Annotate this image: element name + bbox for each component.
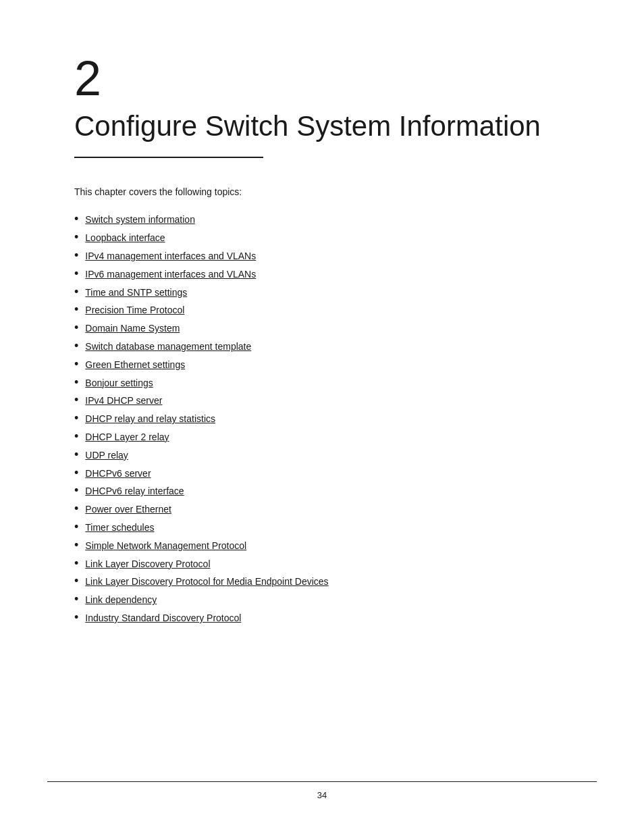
list-item: •DHCPv6 server — [74, 465, 576, 482]
toc-link-switch-db-mgmt[interactable]: Switch database management template — [85, 339, 251, 355]
toc-link-lldp-med[interactable]: Link Layer Discovery Protocol for Media … — [85, 574, 328, 590]
list-item: •Timer schedules — [74, 519, 576, 536]
chapter-number: 2 — [74, 54, 576, 103]
list-item: •Link Layer Discovery Protocol for Media… — [74, 573, 576, 590]
list-item: •Precision Time Protocol — [74, 302, 576, 319]
footer-divider — [47, 781, 597, 782]
toc-link-domain-name[interactable]: Domain Name System — [85, 321, 180, 337]
bullet-icon: • — [74, 593, 78, 605]
toc-link-time-sntp[interactable]: Time and SNTP settings — [85, 285, 187, 301]
toc-link-ipv4-dhcp-server[interactable]: IPv4 DHCP server — [85, 393, 162, 409]
list-item: •Loopback interface — [74, 230, 576, 246]
intro-text: This chapter covers the following topics… — [74, 185, 576, 199]
toc-link-lldp[interactable]: Link Layer Discovery Protocol — [85, 556, 210, 573]
list-item: •Bonjour settings — [74, 375, 576, 392]
toc-link-dhcpv6-relay[interactable]: DHCPv6 relay interface — [85, 484, 184, 500]
toc-link-ipv4-management[interactable]: IPv4 management interfaces and VLANs — [85, 249, 256, 265]
toc-link-dhcp-layer2[interactable]: DHCP Layer 2 relay — [85, 429, 169, 446]
bullet-icon: • — [74, 467, 78, 479]
bullet-icon: • — [74, 286, 78, 298]
list-item: •DHCPv6 relay interface — [74, 483, 576, 500]
bullet-icon: • — [74, 502, 78, 515]
list-item: •Switch system information — [74, 211, 576, 228]
bullet-icon: • — [74, 575, 78, 587]
page-container: 2 Configure Switch System Information Th… — [0, 0, 644, 834]
list-item: •DHCP relay and relay statistics — [74, 411, 576, 427]
bullet-icon: • — [74, 303, 78, 315]
page-footer: 34 — [0, 781, 644, 800]
toc-link-timer-schedules[interactable]: Timer schedules — [85, 520, 154, 536]
bullet-icon: • — [74, 430, 78, 442]
page-number: 34 — [317, 790, 327, 800]
toc-link-ipv6-management[interactable]: IPv6 management interfaces and VLANs — [85, 267, 256, 283]
bullet-icon: • — [74, 213, 78, 225]
title-divider — [74, 157, 263, 158]
bullet-icon: • — [74, 521, 78, 533]
toc-link-precision-time[interactable]: Precision Time Protocol — [85, 303, 184, 319]
bullet-icon: • — [74, 376, 78, 388]
bullet-icon: • — [74, 448, 78, 461]
list-item: •Switch database management template — [74, 338, 576, 355]
bullet-icon: • — [74, 557, 78, 569]
toc-link-power-over-ethernet[interactable]: Power over Ethernet — [85, 502, 171, 518]
toc-link-dhcpv6-server[interactable]: DHCPv6 server — [85, 466, 151, 482]
list-item: •Domain Name System — [74, 320, 576, 337]
bullet-icon: • — [74, 249, 78, 261]
toc-link-dhcp-relay[interactable]: DHCP relay and relay statistics — [85, 411, 215, 427]
bullet-icon: • — [74, 412, 78, 424]
list-item: •IPv4 DHCP server — [74, 392, 576, 409]
toc-link-snmp[interactable]: Simple Network Management Protocol — [85, 538, 246, 554]
list-item: •Link dependency — [74, 592, 576, 608]
toc-link-loopback-interface[interactable]: Loopback interface — [85, 230, 165, 246]
bullet-icon: • — [74, 267, 78, 280]
list-item: •IPv6 management interfaces and VLANs — [74, 266, 576, 283]
toc-link-link-dependency[interactable]: Link dependency — [85, 592, 157, 608]
toc-link-green-ethernet[interactable]: Green Ethernet settings — [85, 357, 185, 373]
list-item: •Power over Ethernet — [74, 501, 576, 518]
toc-link-isdp[interactable]: Industry Standard Discovery Protocol — [85, 610, 241, 627]
list-item: •DHCP Layer 2 relay — [74, 429, 576, 446]
list-item: •Simple Network Management Protocol — [74, 538, 576, 554]
list-item: •Green Ethernet settings — [74, 357, 576, 373]
list-item: •Link Layer Discovery Protocol — [74, 556, 576, 573]
list-item: •Industry Standard Discovery Protocol — [74, 610, 576, 627]
bullet-icon: • — [74, 321, 78, 334]
toc-link-udp-relay[interactable]: UDP relay — [85, 448, 128, 464]
toc-list: •Switch system information•Loopback inte… — [74, 211, 576, 626]
bullet-icon: • — [74, 539, 78, 551]
bullet-icon: • — [74, 394, 78, 406]
list-item: •IPv4 management interfaces and VLANs — [74, 248, 576, 265]
toc-link-bonjour-settings[interactable]: Bonjour settings — [85, 375, 153, 392]
bullet-icon: • — [74, 611, 78, 623]
list-item: •UDP relay — [74, 447, 576, 464]
toc-link-switch-system-info[interactable]: Switch system information — [85, 212, 195, 228]
bullet-icon: • — [74, 231, 78, 243]
list-item: •Time and SNTP settings — [74, 284, 576, 301]
chapter-title: Configure Switch System Information — [74, 109, 576, 143]
bullet-icon: • — [74, 340, 78, 352]
bullet-icon: • — [74, 358, 78, 370]
bullet-icon: • — [74, 484, 78, 496]
